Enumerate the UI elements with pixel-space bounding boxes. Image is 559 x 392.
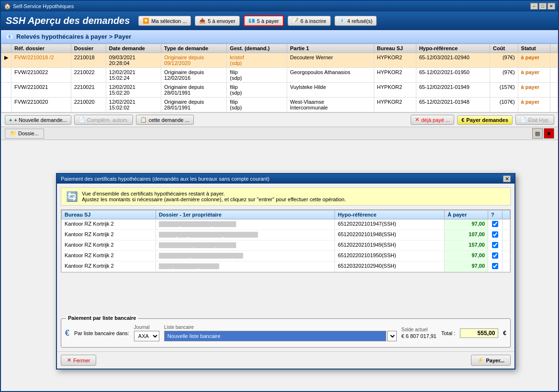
selection-button-label: Ma sélection ... [151, 18, 187, 24]
cell-partie1: Georgopoulos Athanasios [287, 68, 374, 83]
table-row[interactable]: FVW/2210020 2210020 12/02/202115:02:02 O… [1, 98, 558, 112]
lightning-icon: ⚡ [477, 357, 484, 363]
cell-date: 12/02/202115:02:24 [106, 68, 161, 83]
total-value: 555,00 [460, 328, 498, 338]
complem-button[interactable]: 📄 Complém. autom. [74, 115, 133, 125]
etat-hyp-button[interactable]: 📄 État Hyp. [515, 115, 554, 125]
modal-checkbox-5[interactable] [492, 263, 498, 269]
modal-cell-bureau: Kantoor RZ Kortrijk 2 [62, 240, 156, 251]
nouvelle-demande-button[interactable]: + + Nouvelle demande... [5, 115, 71, 125]
modal-cell-amount[interactable]: 107,00 [445, 230, 488, 240]
app-icon: 🏠 [4, 3, 11, 10]
modal-table-row[interactable]: Kantoor RZ Kortrijk 2 ████ ███████ █████… [62, 261, 510, 272]
modal-checkbox-3[interactable] [492, 242, 498, 248]
modal-checkbox-2[interactable] [492, 231, 498, 238]
modal-cell-check[interactable] [488, 219, 503, 230]
modal-table-row[interactable]: Kantoor RZ Kortrijk 2 ██████████ ██████ … [62, 240, 510, 251]
refuse-button[interactable]: 📧 4 refusé(s) [335, 16, 377, 26]
cell-statut: à payer [518, 83, 550, 98]
modal-cell-dossier: █████ ███ ██████████ ██████████ [156, 230, 335, 240]
modal-col-dossier: Dossier - 1er propriétaire [156, 210, 335, 219]
modal-checkbox-1[interactable] [492, 221, 498, 227]
deja-paye-label: déjà payé ... [421, 117, 450, 123]
journal-select[interactable]: AXA [134, 331, 159, 341]
cell-partie1: Decoutere Werner [287, 53, 374, 68]
titlebar-right: − □ ✕ [530, 3, 555, 10]
cell-scroll-pad [550, 68, 558, 83]
modal-checkbox-4[interactable] [492, 252, 498, 259]
view-toggle-1[interactable]: ▤ [532, 128, 543, 139]
solde-value: € 6 807 017,91 [402, 333, 436, 339]
modal-empty-space [61, 276, 511, 315]
cell-hypo-ref: 65-12/02/2021-01950 [416, 68, 490, 83]
col-indicator [1, 44, 11, 53]
envoyer-icon: 📤 [199, 18, 206, 24]
fermer-label: Fermer [73, 358, 90, 363]
row-indicator [1, 68, 11, 83]
solde-actuel-label: Solde actuel [402, 327, 428, 332]
cell-statut: à payer [518, 68, 550, 83]
filter-icon: 🔽 [143, 18, 149, 24]
dossier-tab[interactable]: 📁 Dossie... [5, 129, 44, 139]
modal-table-row[interactable]: Kantoor RZ Kortrijk 2 █████████ ████████… [62, 251, 510, 261]
modal-table-row[interactable]: Kantoor RZ Kortrijk 2 ██████ █████████ █… [62, 219, 510, 230]
table-row[interactable]: FVW/2210022 2210022 12/02/202115:02:24 O… [1, 68, 558, 83]
modal-cell-check[interactable] [488, 230, 503, 240]
modal-table-row[interactable]: Kantoor RZ Kortrijk 2 █████ ███ ████████… [62, 230, 510, 240]
selection-button[interactable]: 🔽 Ma sélection ... [138, 16, 191, 26]
section-header: 📧 Relevés hypothécaires à payer > Payer [1, 30, 558, 44]
modal-table: Bureau SJ Dossier - 1er propriétaire Hyp… [61, 210, 510, 272]
refuse-icon: 📧 [339, 18, 346, 24]
modal-cell-amount[interactable]: 97,00 [445, 251, 488, 261]
app-header: SSH Aperçu des demandes 🔽 Ma sélection .… [1, 11, 558, 30]
inscrire-icon: 📝 [292, 18, 299, 24]
close-window-button[interactable]: ✕ [548, 3, 555, 10]
payer-demandes-button[interactable]: € Payer demandes [457, 115, 513, 125]
modal-scroll-pad [503, 240, 510, 251]
modal-cell-check[interactable] [488, 240, 503, 251]
window-title: Self-Service Hypothèques [13, 3, 74, 9]
col-ref: Réf. dossier [11, 44, 71, 53]
minimize-button[interactable]: − [530, 3, 538, 10]
cell-statut: à payer [518, 53, 550, 68]
envoyer-button[interactable]: 📤 5 à envoyer [195, 16, 239, 26]
blurred-name-3: ██████████ ██████ ██████ [159, 242, 236, 248]
cette-demande-button[interactable]: 📋 cette demande ... [136, 115, 194, 125]
modal-cell-bureau: Kantoor RZ Kortrijk 2 [62, 230, 156, 240]
total-euro-symbol: € [503, 330, 506, 337]
info-box: 🔄 Vue d'ensemble des certificats hypothé… [61, 187, 511, 206]
info-line2: Ajustez les montants si nécessaire (avan… [82, 196, 346, 202]
liste-bancaire-input[interactable] [164, 331, 386, 341]
modal-cell-hypo-ref: 651203202102940(SSH) [335, 261, 444, 272]
maximize-button[interactable]: □ [539, 3, 547, 10]
payer-button[interactable]: 💶 5 à payer [244, 15, 284, 26]
x-icon: ✕ [415, 117, 419, 123]
plus-icon: + [9, 117, 12, 123]
modal-cell-check[interactable] [488, 251, 503, 261]
cell-partie1: West-VlaamseIntercommunale [287, 98, 374, 112]
blurred-name-1: ██████ █████████ ███████ [159, 221, 236, 227]
modal-col-hypo-ref: Hypo-référence [335, 210, 444, 219]
cell-gest: kristof(sdp) [227, 53, 287, 68]
payer-button-modal[interactable]: ⚡ Payer... [471, 355, 511, 366]
col-hypo-ref: Hypo-référence [416, 44, 490, 53]
payer-demandes-label: Payer demandes [466, 117, 508, 123]
main-table-container: Réf. dossier Dossier Date demande Type d… [1, 44, 558, 112]
modal-scroll-pad [503, 261, 510, 272]
modal-cell-check[interactable] [488, 261, 503, 272]
col-dossier: Dossier [71, 44, 106, 53]
fermer-button[interactable]: ✕ Fermer [61, 355, 96, 366]
view-toggle-2[interactable]: ■ [544, 128, 554, 139]
table-row[interactable]: ▶ FVW/2210018 /2 2210018 09/03/202120:28… [1, 53, 558, 68]
modal-close-button[interactable]: ✕ [503, 175, 511, 182]
table-row[interactable]: FVW/2210021 2210021 12/02/202115:02:20 O… [1, 83, 558, 98]
modal-scroll-pad [503, 251, 510, 261]
deja-paye-button[interactable]: ✕ déjà payé ... [411, 115, 454, 125]
liste-bancaire-select[interactable] [387, 331, 397, 341]
modal-cell-amount[interactable]: 97,00 [445, 219, 488, 230]
modal-cell-amount[interactable]: 157,00 [445, 240, 488, 251]
info-icon: 🔄 [66, 191, 78, 202]
modal-cell-amount[interactable]: 97,00 [445, 261, 488, 272]
modal-cell-dossier: █████████ ████████████ ███ [156, 251, 335, 261]
inscrire-button[interactable]: 📝 6 à inscrire [288, 16, 331, 26]
